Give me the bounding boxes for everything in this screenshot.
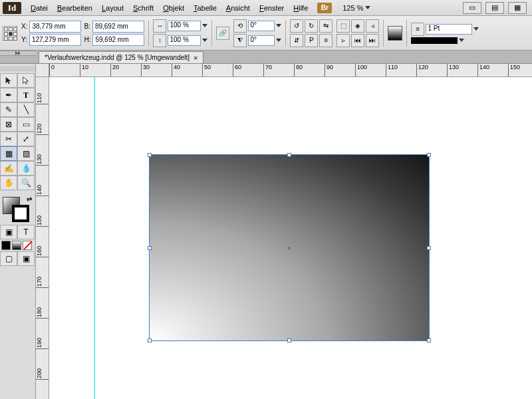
scale-y-icon: ↕ [153,34,166,47]
stroke-weight-icon: ≡ [411,23,424,36]
swap-icon[interactable]: ⇄ [27,196,32,203]
constrain-icon[interactable]: 🔗 [216,27,229,40]
hand-tool[interactable]: ✋ [0,176,17,190]
p-icon[interactable]: P [305,34,318,47]
bridge-button[interactable]: Br [317,3,332,13]
menu-type[interactable]: Schrift [129,2,158,14]
arrange-icon[interactable]: ▤ [485,2,504,14]
formatting-text-icon[interactable]: T [17,225,35,239]
menu-view[interactable]: Ansicht [222,2,254,14]
tools-panel: ✒𝐓 ✎╲ ⊠▭ ✂⤢ ▦▨ ✍💧 ✋🔍 ⇄ ▣T ▢▣ [0,64,36,399]
menu-edit[interactable]: Bearbeiten [53,2,96,14]
align-icon[interactable]: ≡ [319,34,332,47]
zoom-tool[interactable]: 🔍 [17,176,35,190]
view-mode-normal[interactable]: ▢ [0,251,17,266]
sel-handle[interactable] [287,338,291,342]
sel-handle[interactable] [427,338,431,342]
view-mode-preview[interactable]: ▣ [17,251,35,266]
reference-point[interactable] [3,26,17,41]
menu-layout[interactable]: Layout [98,2,128,14]
document-tab[interactable]: *Verlaufswerkzeug.indd @ 125 % [Umgewand… [39,51,203,63]
rotate-icon: ⟲ [233,19,247,33]
sel-handle[interactable] [148,153,152,157]
gradient-rectangle[interactable] [149,154,430,341]
rotate-ccw-icon[interactable]: ↺ [290,19,303,33]
menu-file[interactable]: Datei [27,2,52,14]
gradient-tool[interactable]: ▦ [0,146,17,161]
type-tool[interactable]: 𝐓 [17,88,35,102]
apply-gradient[interactable] [12,241,21,250]
shear-icon: ⧨ [233,34,247,47]
menu-help[interactable]: Hilfe [289,2,312,14]
scale-y-input[interactable]: 100 % [168,35,201,46]
selection-tool[interactable] [0,73,17,88]
vertical-ruler[interactable]: 100110120130140150160170180190200 [36,77,49,399]
x-field[interactable]: X:38,779 mm [21,21,81,33]
flip-v-icon[interactable]: ⇵ [290,34,303,47]
y-field[interactable]: Y:127,279 mm [21,34,81,46]
pen-tool[interactable]: ✒ [0,88,17,102]
select-last-icon[interactable]: ⏭ [366,34,379,47]
select-first-icon[interactable]: ⏮ [351,34,364,47]
transform-buttons: ↺ ↻ ⇋ ⇵ P ≡ [290,19,332,47]
rotate-cw-icon[interactable]: ↻ [305,19,318,33]
panel-grip[interactable] [0,66,35,72]
fill-stroke-control[interactable]: ⇄ [1,196,35,222]
screen-mode-icon[interactable]: ▭ [463,2,481,14]
scale-x-icon: ↔ [153,19,166,33]
horizontal-ruler[interactable]: 0102030405060708090100110120130140150160 [49,64,532,77]
close-icon[interactable]: × [194,54,198,62]
apply-color[interactable] [1,241,11,250]
workspace-icon[interactable]: ▦ [508,2,527,14]
rotate-input[interactable]: 0° [248,21,275,31]
stroke-style[interactable] [411,37,458,44]
pencil-tool[interactable]: ✎ [0,102,17,117]
select-prev-icon[interactable]: ◃ [366,19,379,33]
canvas[interactable] [49,77,532,399]
select-content-icon[interactable]: ◈ [351,19,364,33]
h-field[interactable]: H:59,692 mm [84,34,144,46]
select-container-icon[interactable]: ⬚ [336,19,350,33]
panel-collapse[interactable] [0,51,36,56]
menu-bar: Id Datei Bearbeiten Layout Schrift Objek… [0,0,532,16]
zoom-level[interactable]: 125 % [342,4,370,12]
rectangle-tool[interactable]: ▭ [17,117,35,132]
select-buttons: ⬚ ◈ ◃ ▹ ⏮ ⏭ [336,19,379,47]
document-tabs: *Verlaufswerkzeug.indd @ 125 % [Umgewand… [0,51,532,64]
select-next-icon[interactable]: ▹ [336,34,350,47]
free-transform-tool[interactable]: ⤢ [17,132,35,146]
sel-handle[interactable] [427,153,431,157]
flip-h-icon[interactable]: ⇋ [319,19,332,33]
gradient-feather-tool[interactable]: ▨ [17,146,35,161]
line-tool[interactable]: ╲ [17,102,35,117]
document-tab-title: *Verlaufswerkzeug.indd @ 125 % [Umgewand… [45,54,190,61]
chevron-down-icon [365,6,370,9]
stroke-weight-input[interactable]: 1 Pt [426,24,472,35]
guide-vertical[interactable] [94,77,95,399]
fill-swatch[interactable] [388,26,402,41]
w-field[interactable]: B:89,692 mm [84,21,144,33]
sel-handle[interactable] [148,338,152,342]
sel-handle[interactable] [148,246,152,250]
stroke-box[interactable] [12,205,29,222]
scale-x-input[interactable]: 100 % [168,21,201,31]
scissors-tool[interactable]: ✂ [0,132,17,146]
note-tool[interactable]: ✍ [0,161,17,176]
menu-object[interactable]: Objekt [159,2,188,14]
apply-none[interactable] [23,241,32,250]
direct-selection-tool[interactable] [17,73,35,88]
shear-input[interactable]: 0° [248,35,275,46]
work-area: 0102030405060708090100110120130140150160… [36,64,532,399]
sel-handle[interactable] [287,153,291,157]
app-icon: Id [3,2,21,14]
sel-handle[interactable] [427,246,431,250]
control-bar: X:38,779 mm B:89,692 mm Y:127,279 mm H:5… [0,16,532,51]
menu-window[interactable]: Fenster [255,2,288,14]
formatting-container-icon[interactable]: ▣ [0,225,17,239]
eyedropper-tool[interactable]: 💧 [17,161,35,176]
center-point[interactable] [288,247,291,249]
ruler-origin[interactable] [36,64,49,77]
rectangle-frame-tool[interactable]: ⊠ [0,117,17,132]
menu-table[interactable]: Tabelle [190,2,221,14]
